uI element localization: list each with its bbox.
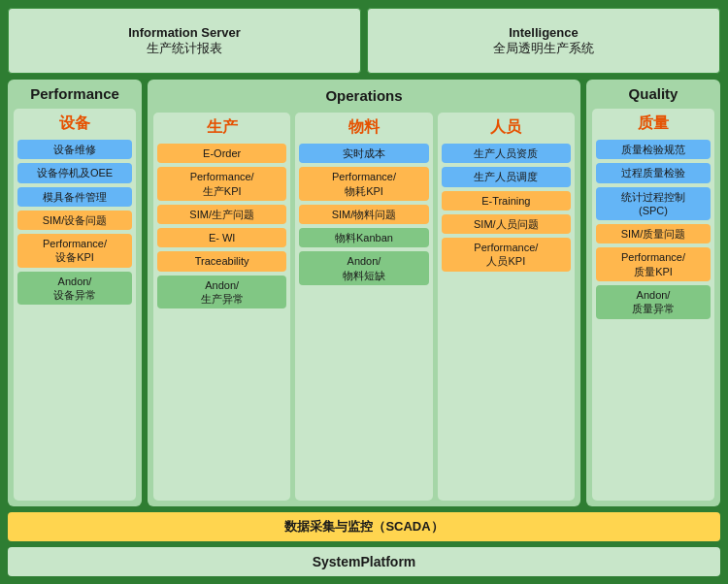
- qual-item-1: 过程质量检验: [596, 163, 711, 182]
- prod-item-1: Performance/ 生产KPI: [157, 167, 286, 201]
- middle-section: Performance 设备 设备维修 设备停机及OEE 模具备件管理 SIM/…: [8, 80, 720, 506]
- qual-item-4: Performance/ 质量KPI: [596, 247, 711, 281]
- mat-item-1: Performance/ 物耗KPI: [299, 167, 428, 201]
- qual-item-2: 统计过程控制 (SPC): [596, 187, 711, 221]
- quality-title: Quality: [592, 85, 714, 104]
- system-platform-bar: SystemPlatform: [8, 547, 720, 576]
- ppl-item-1: 生产人员调度: [442, 167, 571, 186]
- ops-col-material: 物料 实时成本 Performance/ 物耗KPI SIM/物料问题 物料Ka…: [295, 113, 432, 501]
- mat-item-0: 实时成本: [299, 144, 428, 163]
- performance-title: Performance: [14, 85, 136, 104]
- performance-sub-title: 设备: [17, 114, 132, 134]
- info-server-box: Information Server 生产统计报表: [8, 8, 361, 74]
- ppl-item-3: SIM/人员问题: [442, 214, 571, 234]
- ppl-item-2: E-Training: [442, 191, 571, 211]
- perf-item-4: Performance/ 设备KPI: [17, 234, 132, 268]
- qual-item-3: SIM/质量问题: [596, 224, 711, 243]
- perf-item-1: 设备停机及OEE: [17, 163, 132, 182]
- operations-cols: 生产 E-Order Performance/ 生产KPI SIM/生产问题 E…: [153, 113, 575, 501]
- ppl-item-4: Performance/ 人员KPI: [442, 238, 571, 272]
- performance-inner: 设备 设备维修 设备停机及OEE 模具备件管理 SIM/设备问题 Perform…: [14, 109, 136, 501]
- performance-column: Performance 设备 设备维修 设备停机及OEE 模具备件管理 SIM/…: [8, 80, 142, 506]
- top-section: Information Server 生产统计报表 Intelligence 全…: [8, 8, 720, 74]
- scada-bar: 数据采集与监控（SCADA）: [8, 512, 720, 541]
- operations-column: Operations 生产 E-Order Performance/ 生产KPI…: [148, 80, 580, 506]
- main-wrapper: Information Server 生产统计报表 Intelligence 全…: [0, 0, 728, 584]
- intelligence-subtitle: 全局透明生产系统: [493, 40, 594, 57]
- perf-item-5: Andon/ 设备异常: [17, 272, 132, 306]
- perf-item-3: SIM/设备问题: [17, 211, 132, 230]
- mat-item-2: SIM/物料问题: [299, 205, 428, 224]
- system-platform-label: SystemPlatform: [313, 554, 416, 569]
- prod-item-5: Andon/ 生产异常: [157, 276, 286, 309]
- prod-item-4: Traceability: [157, 251, 286, 271]
- quality-column: Quality 质量 质量检验规范 过程质量检验 统计过程控制 (SPC) SI…: [586, 80, 720, 506]
- mat-item-3: 物料Kanban: [299, 228, 428, 247]
- ops-production-title: 生产: [157, 117, 286, 138]
- qual-item-5: Andon/ 质量异常: [596, 285, 711, 319]
- ops-col-people: 人员 生产人员资质 生产人员调度 E-Training SIM/人员问题 Per…: [438, 113, 575, 501]
- info-server-subtitle: 生产统计报表: [147, 40, 222, 57]
- quality-sub-title: 质量: [596, 114, 711, 134]
- intelligence-box: Intelligence 全局透明生产系统: [367, 8, 720, 74]
- ops-col-production: 生产 E-Order Performance/ 生产KPI SIM/生产问题 E…: [153, 113, 290, 501]
- perf-item-2: 模具备件管理: [17, 187, 132, 207]
- quality-inner: 质量 质量检验规范 过程质量检验 统计过程控制 (SPC) SIM/质量问题 P…: [592, 109, 714, 501]
- prod-item-0: E-Order: [157, 144, 286, 163]
- ops-people-title: 人员: [442, 117, 571, 138]
- prod-item-2: SIM/生产问题: [157, 205, 286, 224]
- ops-material-title: 物料: [299, 117, 428, 138]
- prod-item-3: E- WI: [157, 228, 286, 247]
- intelligence-title: Intelligence: [509, 25, 579, 40]
- qual-item-0: 质量检验规范: [596, 140, 711, 159]
- info-server-title: Information Server: [128, 25, 241, 40]
- operations-title: Operations: [153, 85, 575, 108]
- scada-label: 数据采集与监控（SCADA）: [284, 518, 443, 535]
- ppl-item-0: 生产人员资质: [442, 144, 571, 163]
- mat-item-4: Andon/ 物料短缺: [299, 251, 428, 285]
- perf-item-0: 设备维修: [17, 140, 132, 159]
